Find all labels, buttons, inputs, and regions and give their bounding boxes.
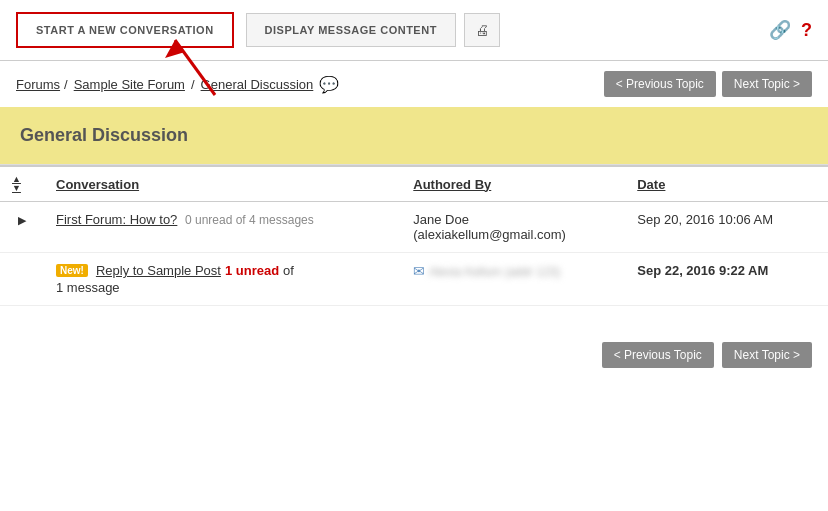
new-conversation-button[interactable]: START A NEW CONVERSATION [16, 12, 234, 48]
row2-title-line: New! Reply to Sample Post 1 unread of [56, 263, 389, 278]
conversations-table: ▲▼ Conversation Authored By Date ▶ First… [0, 165, 828, 306]
row1-author-name: Jane Doe [413, 212, 613, 227]
next-topic-button-top[interactable]: Next Topic > [722, 71, 812, 97]
row1-conversation-cell: First Forum: How to? 0 unread of 4 messa… [44, 202, 401, 253]
date-label: Date [637, 177, 665, 192]
row1-expand-cell: ▶ [0, 202, 44, 253]
table-row: New! Reply to Sample Post 1 unread of 1 … [0, 253, 828, 306]
of-label: of [283, 263, 294, 278]
new-badge: New! [56, 264, 88, 277]
row1-date-cell: Sep 20, 2016 10:06 AM [625, 202, 828, 253]
authored-by-header: Authored By [401, 166, 625, 202]
sort-icons[interactable]: ▲▼ [12, 175, 21, 193]
row1-author-email: (alexiakellum@gmail.com) [413, 227, 613, 242]
site-forum-link[interactable]: Sample Site Forum [74, 77, 185, 92]
help-icon[interactable]: ? [801, 20, 812, 41]
row2-date-cell: Sep 22, 2016 9:22 AM [625, 253, 828, 306]
row1-author-cell: Jane Doe (alexiakellum@gmail.com) [401, 202, 625, 253]
display-message-button[interactable]: DISPLAY MESSAGE CONTENT [246, 13, 456, 47]
conversation-link-1[interactable]: First Forum: How to? [56, 212, 177, 227]
authored-by-label: Authored By [413, 177, 491, 192]
row2-msg-count: 1 message [56, 280, 389, 295]
blurred-author: Alexia Kellum (addr 123) [429, 265, 560, 279]
breadcrumb-row: Forums / Sample Site Forum / General Dis… [0, 61, 828, 107]
topic-nav-top: < Previous Topic Next Topic > [604, 71, 812, 97]
print-icon: 🖨 [475, 22, 489, 38]
conversation-link-2[interactable]: Reply to Sample Post [96, 263, 221, 278]
breadcrumb-left: Forums / [16, 77, 68, 92]
sort-col: ▲▼ [0, 166, 44, 202]
bubble-icon: 💬 [319, 75, 339, 94]
row2-conv-container: New! Reply to Sample Post 1 unread of 1 … [56, 263, 389, 295]
prev-topic-button-top[interactable]: < Previous Topic [604, 71, 716, 97]
date-header: Date [625, 166, 828, 202]
forums-link[interactable]: Forums [16, 77, 60, 92]
toolbar: START A NEW CONVERSATION DISPLAY MESSAGE… [0, 0, 828, 61]
breadcrumb-sep1: / [64, 77, 68, 92]
section-title: General Discussion [20, 125, 188, 145]
breadcrumb-sep2: / [191, 77, 195, 92]
expand-arrow[interactable]: ▶ [18, 214, 26, 226]
conversation-header-label[interactable]: Conversation [56, 177, 139, 192]
print-button[interactable]: 🖨 [464, 13, 500, 47]
conversation-header: Conversation [44, 166, 401, 202]
section-link[interactable]: General Discussion [201, 77, 314, 92]
bottom-nav: < Previous Topic Next Topic > [0, 326, 828, 384]
section-header: General Discussion [0, 107, 828, 165]
next-topic-button-bottom[interactable]: Next Topic > [722, 342, 812, 368]
table-row: ▶ First Forum: How to? 0 unread of 4 mes… [0, 202, 828, 253]
email-icon: ✉ [413, 263, 425, 279]
prev-topic-button-bottom[interactable]: < Previous Topic [602, 342, 714, 368]
row2-expand-cell [0, 253, 44, 306]
unread-count: 1 unread [225, 263, 279, 278]
row2-conversation-cell: New! Reply to Sample Post 1 unread of 1 … [44, 253, 401, 306]
toolbar-right-icons: 🔗 ? [769, 19, 812, 41]
link-icon[interactable]: 🔗 [769, 19, 791, 41]
table-header-row: ▲▼ Conversation Authored By Date [0, 166, 828, 202]
row2-author-cell: ✉ Alexia Kellum (addr 123) [401, 253, 625, 306]
row1-meta: 0 unread of 4 messages [185, 213, 314, 227]
